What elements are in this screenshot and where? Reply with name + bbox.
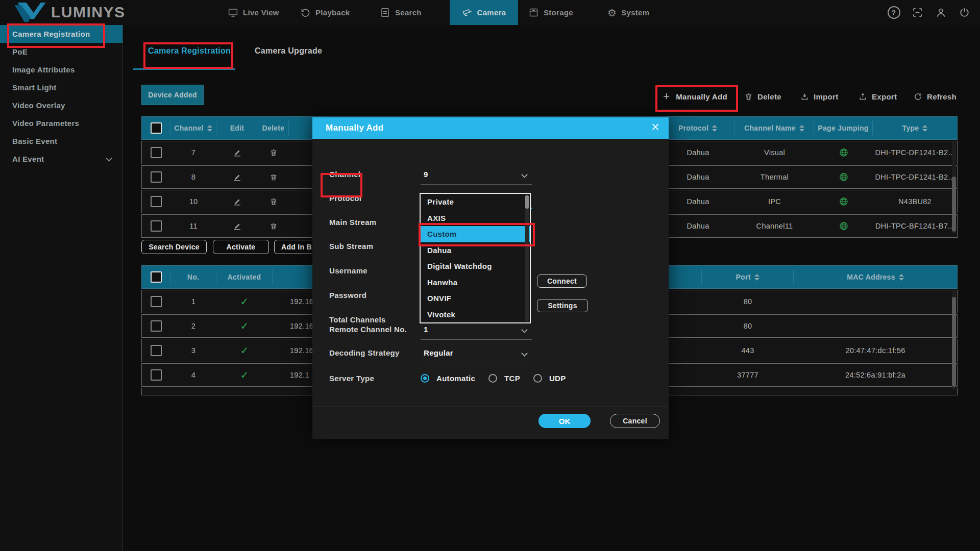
trash-icon[interactable] — [258, 197, 289, 206]
column-header-channel-name[interactable]: Channel Name — [735, 121, 814, 135]
dropdown-option-custom[interactable]: Custom — [421, 226, 530, 242]
edit-icon[interactable] — [216, 197, 258, 206]
sidebar-item-label: Video Parameters — [12, 119, 79, 128]
dropdown-option-dahua[interactable]: Dahua — [421, 242, 530, 259]
row-checkbox[interactable] — [151, 345, 162, 356]
decoding-strategy-value: Regular — [424, 348, 453, 357]
tab-camera-registration[interactable]: Camera Registration — [148, 46, 231, 56]
channel-label: Channel — [329, 170, 419, 179]
row-checkbox[interactable] — [151, 320, 162, 332]
tab-camera-upgrade[interactable]: Camera Upgrade — [255, 46, 322, 56]
sort-icon — [899, 274, 904, 281]
globe-icon[interactable] — [814, 221, 873, 231]
select-all-checkbox[interactable] — [151, 271, 162, 283]
row-checkbox[interactable] — [151, 220, 162, 232]
refresh-button[interactable]: Refresh — [914, 87, 957, 106]
total-channels-label: Total Channels — [329, 315, 419, 324]
row-checkbox[interactable] — [151, 296, 162, 307]
remote-channel-select[interactable]: 1 — [421, 324, 532, 338]
power-icon[interactable] — [958, 6, 971, 19]
sidebar-item-label: Smart Light — [12, 83, 57, 92]
sidebar-item-image-attributes[interactable]: Image Attributes — [0, 61, 122, 79]
import-button[interactable]: Import — [800, 87, 838, 106]
export-button[interactable]: Export — [859, 87, 897, 106]
dropdown-option-private[interactable]: Private — [421, 194, 530, 210]
trash-icon[interactable] — [258, 173, 289, 181]
column-header-page-jumping: Page Jumping — [814, 121, 873, 135]
device-added-filter-button[interactable]: Device Added — [141, 85, 204, 105]
radio-tcp[interactable] — [488, 374, 497, 383]
manually-add-label: Manually Add — [676, 92, 727, 101]
row-checkbox[interactable] — [151, 369, 162, 381]
edit-icon[interactable] — [216, 172, 258, 182]
dropdown-option-digital-watchdog[interactable]: Digital Watchdog — [421, 258, 530, 274]
sidebar-item-label: Camera Registration — [12, 30, 90, 38]
globe-icon[interactable] — [814, 147, 873, 158]
row-checkbox[interactable] — [151, 171, 162, 183]
user-icon[interactable] — [934, 6, 947, 19]
column-header-mac[interactable]: MAC Address — [794, 270, 957, 284]
password-label: Password — [329, 291, 419, 299]
column-header-type[interactable]: Type — [873, 121, 957, 135]
ok-button[interactable]: OK — [538, 414, 591, 428]
search-device-button[interactable]: Search Device — [141, 240, 207, 254]
sidebar-item-video-parameters[interactable]: Video Parameters — [0, 114, 122, 132]
decoding-strategy-select[interactable]: Regular — [421, 348, 532, 361]
edit-icon[interactable] — [216, 148, 258, 157]
sidebar-item-video-overlay[interactable]: Video Overlay — [0, 96, 122, 114]
globe-icon[interactable] — [814, 172, 873, 182]
table-scrollbar[interactable] — [952, 290, 956, 390]
row-checkbox[interactable] — [151, 196, 162, 207]
help-icon[interactable]: ? — [887, 6, 900, 19]
settings-button[interactable]: Settings — [537, 299, 588, 312]
sub-stream-label: Sub Stream — [329, 242, 419, 251]
nav-storage[interactable]: Storage — [528, 0, 573, 25]
activate-button[interactable]: Activate — [213, 240, 269, 254]
decoding-strategy-label: Decoding Strategy — [329, 348, 419, 357]
sidebar-item-poe[interactable]: PoE — [0, 43, 122, 61]
trash-icon — [744, 92, 753, 101]
dropdown-option-axis[interactable]: AXIS — [421, 210, 530, 227]
cancel-button[interactable]: Cancel — [610, 414, 660, 428]
table-scrollbar[interactable] — [952, 141, 956, 234]
cell-mac: 20:47:47:dc:1f:56 — [794, 346, 957, 355]
cell-channel-name: IPC — [735, 197, 814, 206]
nav-playback[interactable]: Playback — [300, 0, 350, 25]
nav-camera[interactable]: Camera — [450, 0, 518, 25]
column-header-activated: Activated — [216, 270, 273, 284]
column-header-channel[interactable]: Channel — [170, 121, 216, 135]
nav-search[interactable]: Search — [380, 0, 422, 25]
nav-live-view[interactable]: Live View — [228, 0, 279, 25]
dropdown-option-hanwha[interactable]: Hanwha — [421, 274, 530, 291]
sidebar-item-smart-light[interactable]: Smart Light — [0, 79, 122, 96]
channel-select[interactable]: 9 — [421, 169, 532, 183]
trash-icon[interactable] — [258, 222, 289, 230]
cell-type: N43BU82 — [873, 197, 957, 206]
sidebar-item-ai-event[interactable]: AI Event — [0, 150, 122, 168]
row-checkbox[interactable] — [151, 147, 162, 158]
radio-udp[interactable] — [533, 374, 542, 383]
cell-channel: 7 — [170, 148, 216, 157]
nav-system[interactable]: ⚙ System — [607, 0, 649, 25]
sidebar-item-basic-event[interactable]: Basic Event — [0, 132, 122, 150]
cell-protocol: Dahua — [661, 197, 735, 206]
sidebar-item-camera-registration[interactable]: Camera Registration — [0, 25, 122, 43]
scan-icon[interactable] — [911, 6, 924, 19]
connect-button[interactable]: Connect — [537, 274, 587, 288]
column-header-port[interactable]: Port — [702, 270, 794, 284]
delete-button[interactable]: Delete — [744, 87, 781, 106]
channel-value: 9 — [424, 170, 428, 179]
edit-icon[interactable] — [216, 221, 258, 231]
dropdown-option-vivotek[interactable]: Vivotek — [421, 307, 530, 323]
radio-automatic[interactable] — [421, 374, 429, 383]
remote-channel-label: Remote Channel No. — [329, 325, 426, 334]
close-icon[interactable]: × — [651, 119, 659, 135]
globe-icon[interactable] — [814, 196, 873, 207]
select-all-checkbox[interactable] — [151, 122, 162, 134]
nav-right-icons: ? — [887, 0, 971, 25]
column-header-protocol[interactable]: Protocol — [661, 121, 735, 135]
manually-add-button[interactable]: + Manually Add — [659, 87, 731, 106]
dropdown-scrollbar[interactable] — [525, 195, 529, 321]
trash-icon[interactable] — [258, 148, 289, 157]
dropdown-option-onvif[interactable]: ONVIF — [421, 290, 530, 307]
